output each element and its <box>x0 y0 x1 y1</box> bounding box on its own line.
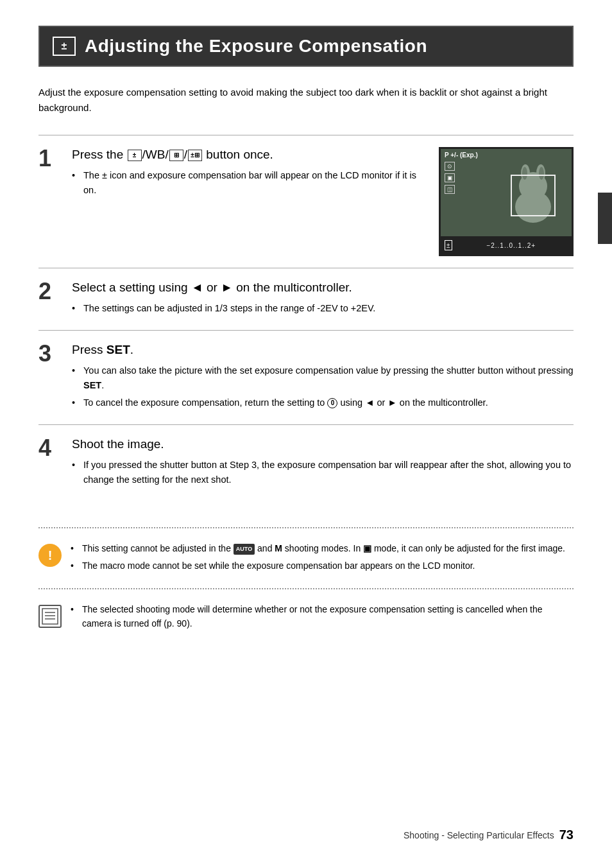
lcd-mode: P +/- (Exp.) <box>445 152 478 159</box>
lcd-exp-bar: −2..1..0..1..2+ <box>455 242 568 249</box>
step-2-title: Select a setting using ◄ or ► on the mul… <box>72 280 574 296</box>
lcd-icon-2: ▣ <box>445 173 455 182</box>
wb1-icon-small: ⊞ <box>169 150 183 161</box>
step-2-bullet-1: The settings can be adjusted in 1/3 step… <box>72 301 574 316</box>
wb2-icon-small: ±⊞ <box>188 150 202 161</box>
step-3-title: Press SET. <box>72 342 574 358</box>
lcd-icon-1: ⊙ <box>445 162 455 171</box>
step-4-bullet-1: If you pressed the shutter button at Ste… <box>72 458 574 487</box>
step-2-bullets: The settings can be adjusted in 1/3 step… <box>72 301 574 316</box>
step-3-content: Press SET. You can also take the picture… <box>72 342 574 413</box>
warning-item-2: The macro mode cannot be set while the e… <box>71 559 574 573</box>
step-2: 2 Select a setting using ◄ or ► on the m… <box>38 268 574 330</box>
step-1: 1 Press the ±/WB/⊞/±⊞ button once. The ±… <box>38 135 574 268</box>
info-note: The selected shooting mode will determin… <box>38 596 574 640</box>
step-1-bullets: The ± icon and exposure compensation bar… <box>72 168 426 198</box>
notes-section: ! This setting cannot be adjusted in the… <box>38 527 574 640</box>
lcd-status-bar: P +/- (Exp.) <box>445 152 568 159</box>
lcd-focus-box <box>511 175 556 216</box>
step-3-bullet-2: To cancel the exposure compensation, ret… <box>72 395 574 410</box>
step-4-content: Shoot the image. If you pressed the shut… <box>72 437 574 490</box>
info-item-1: The selected shooting mode will determin… <box>71 602 574 631</box>
page-footer: Shooting - Selecting Particular Effects … <box>38 828 574 842</box>
intro-paragraph: Adjust the exposure compensation setting… <box>38 85 574 116</box>
info-content: The selected shooting mode will determin… <box>71 602 574 634</box>
lcd-exp-icon: ± <box>445 240 452 250</box>
auto-badge: AUTO <box>234 544 255 554</box>
step-4: 4 Shoot the image. If you pressed the sh… <box>38 424 574 501</box>
title-bar: ± Adjusting the Exposure Compensation <box>38 26 574 67</box>
section-tab <box>598 193 612 244</box>
step-4-number: 4 <box>38 437 62 460</box>
step-2-content: Select a setting using ◄ or ► on the mul… <box>72 280 574 318</box>
step-1-number: 1 <box>38 147 62 170</box>
exposure-icon-small: ± <box>128 150 142 161</box>
warning-note: ! This setting cannot be adjusted in the… <box>38 535 574 582</box>
dotted-line-bottom <box>38 588 574 589</box>
step-2-number: 2 <box>38 280 62 303</box>
zero-symbol: 0 <box>327 398 337 408</box>
step-1-content: Press the ±/WB/⊞/±⊞ button once. The ± i… <box>72 147 574 256</box>
footer-page: 73 <box>559 828 574 842</box>
lcd-preview: P +/- (Exp.) ⊙ ▣ ◫ ± <box>439 147 574 256</box>
step-3-bullet-1: You can also take the picture with the s… <box>72 363 574 393</box>
lcd-icon-3: ◫ <box>445 185 455 194</box>
page-title: Adjusting the Exposure Compensation <box>85 36 427 56</box>
svg-rect-6 <box>42 609 58 624</box>
warning-content: This setting cannot be adjusted in the A… <box>71 541 574 575</box>
info-icon <box>38 605 62 628</box>
step-1-bullet-1: The ± icon and exposure compensation bar… <box>72 168 426 198</box>
warning-item-1: This setting cannot be adjusted in the A… <box>71 541 574 555</box>
step-1-title: Press the ±/WB/⊞/±⊞ button once. <box>72 147 426 163</box>
lcd-left-icons: ⊙ ▣ ◫ <box>445 162 455 194</box>
step-3: 3 Press SET. You can also take the pictu… <box>38 330 574 424</box>
step-4-title: Shoot the image. <box>72 437 574 453</box>
step-3-number: 3 <box>38 342 62 365</box>
footer-label: Shooting - Selecting Particular Effects <box>404 830 554 840</box>
lcd-bottom-bar: ± −2..1..0..1..2+ <box>441 236 572 254</box>
exp-icon-inline: ± <box>102 170 107 180</box>
dotted-line-top <box>38 527 574 528</box>
title-icon: ± <box>53 37 76 56</box>
warning-icon: ! <box>38 544 62 567</box>
step-4-bullets: If you pressed the shutter button at Ste… <box>72 458 574 487</box>
step-3-bullets: You can also take the picture with the s… <box>72 363 574 411</box>
